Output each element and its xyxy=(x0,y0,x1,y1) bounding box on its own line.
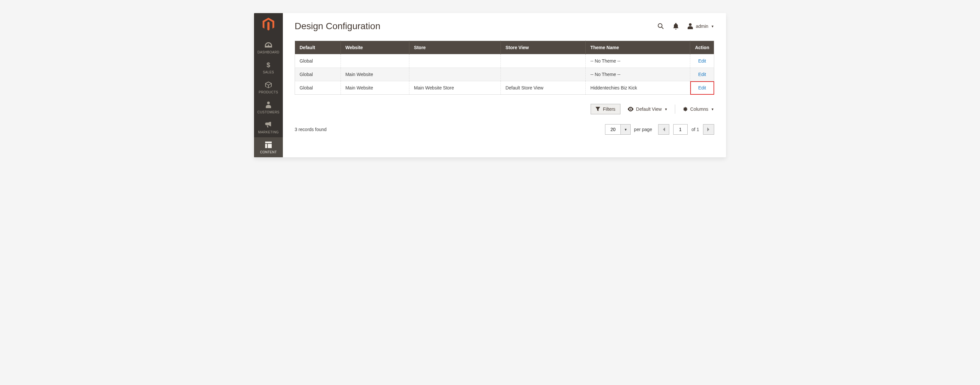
sidebar-item-label: SALES xyxy=(263,70,274,74)
app-frame: DASHBOARD $ SALES PRODUCTS CUSTOMERS MAR… xyxy=(254,13,726,157)
cell-theme: -- No Theme -- xyxy=(586,68,690,81)
separator xyxy=(675,105,675,114)
pager: ▼ per page of 1 xyxy=(605,124,714,135)
sidebar-item-label: CUSTOMERS xyxy=(257,110,279,114)
col-header-store[interactable]: Store xyxy=(409,41,501,54)
edit-link[interactable]: Edit xyxy=(698,58,706,64)
user-icon xyxy=(687,23,693,29)
main-content: Design Configuration admin ▼ xyxy=(283,13,726,157)
filters-button[interactable]: Filters xyxy=(590,104,620,115)
cell-store_view: Default Store View xyxy=(501,81,586,95)
sidebar-item-dashboard[interactable]: DASHBOARD xyxy=(254,37,283,57)
sidebar-item-sales[interactable]: $ SALES xyxy=(254,57,283,77)
topbar: Design Configuration admin ▼ xyxy=(295,21,714,32)
gauge-icon xyxy=(265,41,272,48)
page-title: Design Configuration xyxy=(295,21,380,32)
sidebar-item-products[interactable]: PRODUCTS xyxy=(254,77,283,97)
caret-down-icon: ▼ xyxy=(711,107,714,111)
edit-link[interactable]: Edit xyxy=(698,72,706,77)
edit-link[interactable]: Edit xyxy=(698,85,706,91)
funnel-icon xyxy=(595,107,600,111)
cell-default: Global xyxy=(295,54,341,68)
cell-website: Main Website xyxy=(340,68,409,81)
user-menu[interactable]: admin ▼ xyxy=(687,23,714,29)
cell-default: Global xyxy=(295,81,341,95)
current-page-input[interactable] xyxy=(673,124,688,135)
page-nav: of 1 xyxy=(658,124,714,135)
grid-toolbar: Filters Default View ▼ Columns ▼ xyxy=(295,104,714,115)
table-row: GlobalMain WebsiteMain Website StoreDefa… xyxy=(295,81,714,95)
table-header-row: Default Website Store Store View Theme N… xyxy=(295,41,714,54)
columns-label: Columns xyxy=(690,107,708,112)
col-header-theme[interactable]: Theme Name xyxy=(586,41,690,54)
filters-label: Filters xyxy=(603,107,615,112)
columns-dropdown[interactable]: Columns ▼ xyxy=(682,107,714,112)
dollar-icon: $ xyxy=(265,61,272,68)
page-size-input[interactable] xyxy=(605,124,621,135)
bell-icon xyxy=(673,23,679,30)
person-icon xyxy=(265,101,272,108)
design-config-table: Default Website Store Store View Theme N… xyxy=(295,41,714,95)
cell-store_view xyxy=(501,68,586,81)
cell-theme: -- No Theme -- xyxy=(586,54,690,68)
table-row: GlobalMain Website-- No Theme --Edit xyxy=(295,68,714,81)
search-button[interactable] xyxy=(657,22,664,30)
page-size-dropdown[interactable]: ▼ xyxy=(621,124,631,135)
caret-down-icon: ▼ xyxy=(664,107,668,111)
sidebar-item-label: CONTENT xyxy=(260,150,277,154)
cell-action: Edit xyxy=(690,68,714,81)
cell-action: Edit xyxy=(690,81,714,95)
layout-icon xyxy=(265,141,272,148)
sidebar: DASHBOARD $ SALES PRODUCTS CUSTOMERS MAR… xyxy=(254,13,283,157)
records-found: 3 records found xyxy=(295,127,326,132)
sidebar-item-label: PRODUCTS xyxy=(259,91,278,94)
chevron-left-icon xyxy=(662,127,665,131)
notifications-button[interactable] xyxy=(672,22,679,30)
svg-text:$: $ xyxy=(266,61,270,68)
user-name: admin xyxy=(696,24,708,29)
next-page-button[interactable] xyxy=(703,124,714,135)
top-actions: admin ▼ xyxy=(657,22,714,30)
cell-default: Global xyxy=(295,68,341,81)
grid-footer: 3 records found ▼ per page of 1 xyxy=(295,124,714,135)
cell-website xyxy=(340,54,409,68)
box-icon xyxy=(265,81,272,89)
table-row: Global-- No Theme --Edit xyxy=(295,54,714,68)
col-header-storeview[interactable]: Store View xyxy=(501,41,586,54)
col-header-default[interactable]: Default xyxy=(295,41,341,54)
sidebar-item-marketing[interactable]: MARKETING xyxy=(254,117,283,137)
eye-icon xyxy=(628,107,633,111)
page-size-control: ▼ per page xyxy=(605,124,652,135)
cell-store: Main Website Store xyxy=(409,81,501,95)
sidebar-item-content[interactable]: CONTENT xyxy=(254,137,283,157)
col-header-website[interactable]: Website xyxy=(340,41,409,54)
sidebar-item-label: DASHBOARD xyxy=(258,51,280,54)
search-icon xyxy=(657,23,664,30)
cell-store xyxy=(409,68,501,81)
sidebar-item-customers[interactable]: CUSTOMERS xyxy=(254,97,283,117)
gear-icon xyxy=(682,107,688,112)
caret-down-icon: ▼ xyxy=(624,128,627,131)
col-header-action: Action xyxy=(690,41,714,54)
sidebar-item-label: MARKETING xyxy=(258,130,278,134)
cell-website: Main Website xyxy=(340,81,409,95)
default-view-dropdown[interactable]: Default View ▼ xyxy=(628,107,668,112)
view-label: Default View xyxy=(636,107,662,112)
chevron-right-icon xyxy=(707,127,710,131)
cell-store_view xyxy=(501,54,586,68)
caret-down-icon: ▼ xyxy=(711,25,714,28)
magento-logo xyxy=(262,17,275,32)
megaphone-icon xyxy=(265,121,272,129)
cell-theme: Hiddentechies Biz Kick xyxy=(586,81,690,95)
page-of-label: of 1 xyxy=(692,127,699,132)
prev-page-button[interactable] xyxy=(658,124,669,135)
cell-store xyxy=(409,54,501,68)
per-page-label: per page xyxy=(634,127,652,132)
cell-action: Edit xyxy=(690,54,714,68)
